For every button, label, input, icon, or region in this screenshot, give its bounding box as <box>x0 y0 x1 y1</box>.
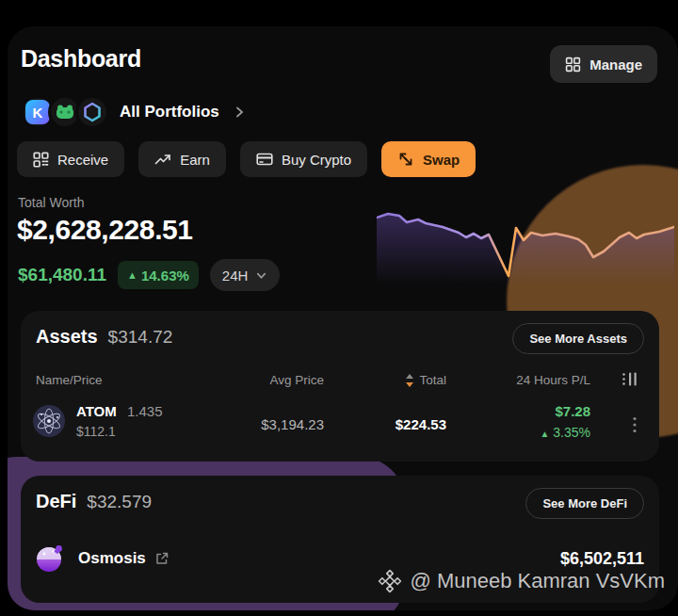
defi-card-header: DeFi $32.579 <box>36 491 152 512</box>
leap-logo-icon <box>54 101 76 123</box>
swap-button[interactable]: Swap <box>381 141 476 177</box>
total-worth-label: Total Worth <box>18 195 85 210</box>
hex-wallet-avatar <box>75 95 109 129</box>
asset-symbol: ATOM <box>76 403 117 419</box>
columns-settings-icon[interactable] <box>622 371 639 387</box>
keplr-logo-icon: K <box>25 100 50 124</box>
column-total[interactable]: Total <box>406 373 446 387</box>
assets-subtotal: $314.72 <box>108 327 173 348</box>
row-kebab-menu-icon[interactable] <box>631 414 638 435</box>
assets-card: Assets $314.72 See More Assets Name/Pric… <box>21 311 659 462</box>
buy-crypto-label: Buy Crypto <box>282 152 351 168</box>
defi-protocol-value: $6,502,511 <box>560 549 644 569</box>
defi-protocol-name: Osmosis <box>78 549 146 568</box>
see-more-assets-button[interactable]: See More Assets <box>512 323 644 354</box>
assets-title: Assets <box>36 326 98 348</box>
total-worth-value: $2,628,228.51 <box>17 214 193 246</box>
defi-subtotal: $32.579 <box>87 492 152 512</box>
column-avg-price[interactable]: Avg Price <box>269 373 324 387</box>
trending-up-icon <box>154 152 171 167</box>
atom-token-icon <box>32 404 66 438</box>
manage-label: Manage <box>589 57 642 73</box>
watermark-text: @ Muneeb Kamran VsVKm <box>410 569 665 593</box>
assets-table-header: Name/Price Avg Price Total 24 Hours P/L <box>21 373 659 392</box>
hexagon-logo-icon <box>81 101 104 123</box>
portfolio-label: All Portfolios <box>120 103 219 122</box>
asset-row-atom[interactable]: ATOM 1.435 $112.1 $3,194.23 $224.53 $7.2… <box>21 399 659 454</box>
period-value: 24H <box>222 267 249 284</box>
asset-24h-pl: $7.28 ▲ 3.35% <box>541 403 591 440</box>
asset-amount: 1.435 <box>127 403 163 419</box>
manage-button[interactable]: Manage <box>550 45 657 83</box>
asset-name-price: ATOM 1.435 $112.1 <box>76 403 163 439</box>
up-triangle-icon: ▲ <box>127 269 137 281</box>
credit-card-icon <box>256 152 273 167</box>
page-title: Dashboard <box>21 45 141 73</box>
pl-up-triangle-icon: ▲ <box>541 429 550 439</box>
assets-card-header: Assets $314.72 <box>36 326 172 348</box>
qr-code-icon <box>33 152 49 168</box>
period-dropdown[interactable]: 24H <box>210 259 281 291</box>
change-value: $61,480.11 <box>18 265 106 285</box>
grid-icon <box>565 57 581 73</box>
chevron-down-icon <box>255 269 267 282</box>
pl-value: $7.28 <box>541 403 591 419</box>
watermark: @ Muneeb Kamran VsVKm <box>378 569 665 593</box>
column-name-price[interactable]: Name/Price <box>36 373 103 387</box>
buy-crypto-button[interactable]: Buy Crypto <box>240 141 367 177</box>
wallet-avatars: K <box>21 95 103 129</box>
diamond-logo-icon <box>378 569 402 593</box>
asset-identity: ATOM 1.435 $112.1 <box>32 403 163 439</box>
see-more-defi-button[interactable]: See More DeFi <box>525 488 644 519</box>
dashboard-page: Dashboard Manage K <box>0 0 678 616</box>
swap-cursors-icon <box>397 151 414 168</box>
worth-chart <box>377 209 674 284</box>
receive-label: Receive <box>57 152 108 168</box>
external-link-icon[interactable] <box>154 551 170 566</box>
asset-price: $112.1 <box>76 424 163 439</box>
chevron-right-icon <box>233 105 246 119</box>
change-percent-badge: ▲ 14.63% <box>118 261 199 289</box>
asset-avg-price: $3,194.23 <box>261 416 324 432</box>
asset-total: $224.53 <box>396 416 446 432</box>
defi-title: DeFi <box>36 491 76 512</box>
earn-button[interactable]: Earn <box>138 141 226 177</box>
main-panel: Dashboard Manage K <box>8 26 678 610</box>
column-total-label: Total <box>419 373 446 387</box>
swap-label: Swap <box>423 152 460 168</box>
osmosis-logo-icon <box>34 543 66 575</box>
pl-percent: 3.35% <box>553 425 590 440</box>
column-24h-pl[interactable]: 24 Hours P/L <box>516 373 590 387</box>
portfolio-selector[interactable]: K <box>21 95 246 129</box>
sort-arrows-icon <box>406 374 413 387</box>
action-bar: Receive Earn Buy Crypto <box>17 141 476 177</box>
earn-label: Earn <box>180 152 210 168</box>
total-worth-change-row: $61,480.11 ▲ 14.63% 24H <box>18 259 280 291</box>
change-percent: 14.63% <box>141 267 189 284</box>
receive-button[interactable]: Receive <box>17 141 124 177</box>
